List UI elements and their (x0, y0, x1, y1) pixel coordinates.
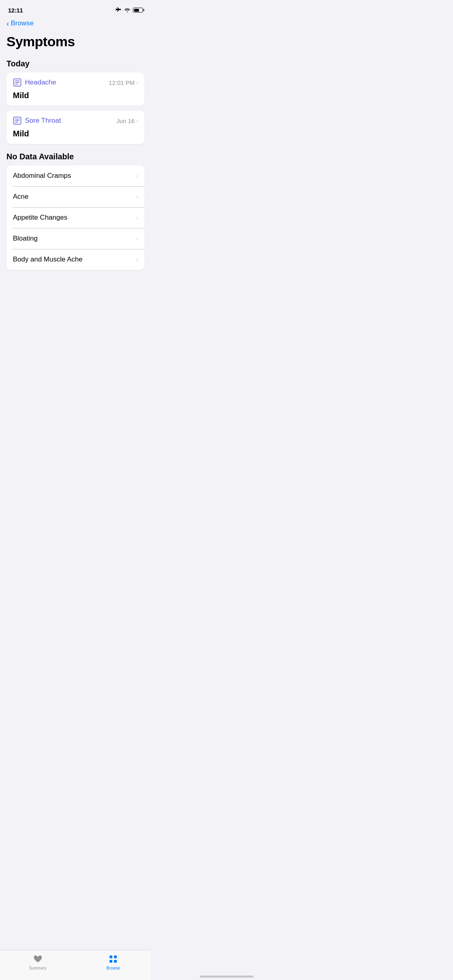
appetite-changes-chevron-icon: › (136, 214, 138, 221)
sore-throat-card-header: Sore Throat Jun 16 › (13, 116, 138, 125)
nav-bar: ‹ Browse (0, 18, 151, 31)
sore-throat-name: Sore Throat (25, 117, 61, 125)
sore-throat-title-row: Sore Throat (13, 116, 61, 125)
symptom-list-icon-2 (13, 116, 22, 125)
headache-time: 12:01 PM (109, 79, 134, 86)
bloating-label: Bloating (13, 235, 37, 243)
status-icons (115, 7, 143, 13)
list-item-body-muscle-ache[interactable]: Body and Muscle Ache › (6, 249, 145, 270)
back-chevron-icon: ‹ (6, 19, 9, 27)
status-time: 12:11 (8, 7, 23, 14)
list-item-acne[interactable]: Acne › (6, 186, 145, 207)
headache-chevron-icon: › (136, 79, 138, 86)
headache-card[interactable]: Headache 12:01 PM › Mild (6, 72, 145, 106)
list-item-appetite-changes[interactable]: Appetite Changes › (6, 207, 145, 228)
wifi-icon (124, 8, 130, 12)
back-label: Browse (11, 19, 34, 27)
headache-card-header: Headache 12:01 PM › (13, 78, 138, 87)
battery-icon (133, 8, 143, 12)
sore-throat-time: Jun 16 (116, 117, 134, 124)
status-bar: 12:11 (0, 0, 151, 18)
list-item-bloating[interactable]: Bloating › (6, 228, 145, 249)
abdominal-cramps-chevron-icon: › (136, 173, 138, 179)
content-area: Today Headache 12:01 PM › Mild (0, 56, 151, 306)
back-button[interactable]: ‹ Browse (6, 19, 33, 27)
bloating-chevron-icon: › (136, 235, 138, 242)
headache-name: Headache (25, 78, 56, 86)
airplane-icon (115, 7, 122, 13)
appetite-changes-label: Appetite Changes (13, 214, 67, 222)
symptom-list-icon (13, 78, 22, 87)
sore-throat-chevron-icon: › (136, 117, 138, 124)
headache-time-row: 12:01 PM › (109, 79, 138, 86)
acne-chevron-icon: › (136, 194, 138, 200)
body-muscle-ache-chevron-icon: › (136, 256, 138, 263)
page-title: Symptoms (0, 31, 151, 56)
sore-throat-time-row: Jun 16 › (116, 117, 138, 124)
headache-value: Mild (13, 90, 138, 100)
acne-label: Acne (13, 193, 29, 201)
sore-throat-card[interactable]: Sore Throat Jun 16 › Mild (6, 111, 145, 144)
no-data-section: No Data Available Abdominal Cramps › Acn… (0, 149, 151, 270)
list-item-abdominal-cramps[interactable]: Abdominal Cramps › (6, 165, 145, 186)
abdominal-cramps-label: Abdominal Cramps (13, 172, 71, 180)
no-data-list: Abdominal Cramps › Acne › Appetite Chang… (6, 165, 145, 270)
headache-title-row: Headache (13, 78, 56, 87)
body-muscle-ache-label: Body and Muscle Ache (13, 255, 83, 264)
sore-throat-value: Mild (13, 128, 138, 138)
today-section-header: Today (0, 56, 151, 72)
no-data-section-header: No Data Available (0, 149, 151, 165)
